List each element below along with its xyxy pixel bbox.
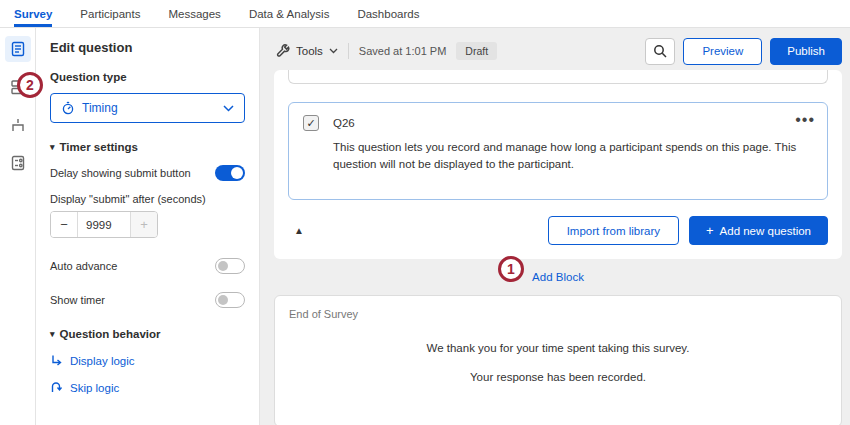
panel-title: Edit question (50, 40, 245, 55)
nav-tab-data-analysis[interactable]: Data & Analysis (249, 0, 330, 27)
question-type-select[interactable]: Timing (50, 93, 245, 123)
block-footer: ▲ Import from library +Add new question (288, 216, 828, 245)
draft-badge: Draft (456, 42, 497, 60)
preview-button[interactable]: Preview (683, 38, 762, 65)
edit-question-panel: Edit question Question type Timing ▾ Tim… (36, 28, 260, 425)
question-type-section-header[interactable]: Question type (50, 71, 245, 83)
collapse-block-icon[interactable]: ▲ (288, 221, 310, 240)
publish-button[interactable]: Publish (770, 38, 842, 65)
add-new-question-button[interactable]: +Add new question (689, 216, 828, 245)
import-from-library-button[interactable]: Import from library (548, 216, 679, 245)
timer-settings-label: Timer settings (60, 141, 138, 153)
show-timer-label: Show timer (50, 294, 105, 306)
question-checkbox[interactable]: ✓ (303, 115, 319, 131)
plus-icon: + (706, 223, 714, 238)
toolbar: Tools Saved at 1:01 PM Draft Preview Pub… (274, 36, 842, 66)
question-card[interactable]: ✓ Q26 ••• This question lets you record … (288, 102, 828, 200)
caret-down-icon: ▾ (50, 142, 55, 152)
survey-flow-icon[interactable] (5, 112, 31, 138)
caret-down-icon: ▾ (50, 329, 55, 339)
top-nav: Survey Participants Messages Data & Anal… (0, 0, 850, 28)
chevron-down-icon (223, 105, 234, 112)
skip-logic-icon (50, 381, 63, 394)
stepper-minus-button[interactable]: − (51, 212, 78, 237)
delay-submit-toggle[interactable] (215, 165, 245, 181)
end-of-survey-line1: We thank you for your time spent taking … (289, 342, 827, 354)
nav-tab-survey[interactable]: Survey (14, 0, 52, 27)
partial-question-card (288, 70, 828, 84)
annotation-circle-2: 2 (17, 72, 43, 98)
question-description: This question lets you record and manage… (333, 139, 813, 174)
search-button[interactable] (645, 38, 675, 65)
seconds-input[interactable] (78, 212, 130, 237)
timer-settings-section-header[interactable]: ▾ Timer settings (50, 141, 245, 153)
seconds-stepper: − + (50, 211, 158, 238)
add-block-row: Add Block (274, 259, 842, 295)
display-after-label: Display "submit" after (seconds) (50, 193, 245, 205)
show-timer-toggle[interactable] (215, 292, 245, 308)
survey-builder-icon[interactable] (5, 36, 31, 62)
skip-logic-link[interactable]: Skip logic (50, 381, 245, 394)
delay-submit-label: Delay showing submit button (50, 167, 191, 179)
survey-block: ✓ Q26 ••• This question lets you record … (274, 70, 842, 259)
question-type-value: Timing (82, 101, 223, 115)
auto-advance-label: Auto advance (50, 260, 117, 272)
wrench-icon (276, 44, 290, 58)
survey-options-icon[interactable] (5, 150, 31, 176)
nav-tab-dashboards[interactable]: Dashboards (357, 0, 419, 27)
nav-tab-participants[interactable]: Participants (80, 0, 140, 27)
tools-button[interactable]: Tools (274, 38, 346, 64)
save-status: Saved at 1:01 PM (359, 45, 446, 57)
question-id: Q26 (333, 115, 355, 129)
chevron-down-icon (329, 48, 338, 54)
end-of-survey-line2: Your response has been recorded. (289, 371, 827, 383)
question-menu-icon[interactable]: ••• (795, 115, 815, 125)
display-logic-link[interactable]: Display logic (50, 354, 245, 367)
stepper-plus-button[interactable]: + (130, 212, 157, 237)
toolbar-divider (348, 43, 349, 59)
question-behavior-label: Question behavior (60, 328, 161, 340)
question-type-label: Question type (50, 71, 127, 83)
timer-icon (61, 101, 75, 115)
add-block-link[interactable]: Add Block (532, 271, 584, 283)
display-logic-icon (50, 354, 63, 367)
question-behavior-section-header[interactable]: ▾ Question behavior (50, 328, 245, 340)
search-icon (653, 44, 667, 58)
nav-tab-messages[interactable]: Messages (168, 0, 220, 27)
auto-advance-toggle[interactable] (215, 258, 245, 274)
end-of-survey-label: End of Survey (289, 308, 827, 320)
end-of-survey-card: End of Survey We thank you for your time… (274, 295, 842, 425)
annotation-circle-1: 1 (498, 256, 524, 282)
main-area: Tools Saved at 1:01 PM Draft Preview Pub… (260, 28, 850, 425)
